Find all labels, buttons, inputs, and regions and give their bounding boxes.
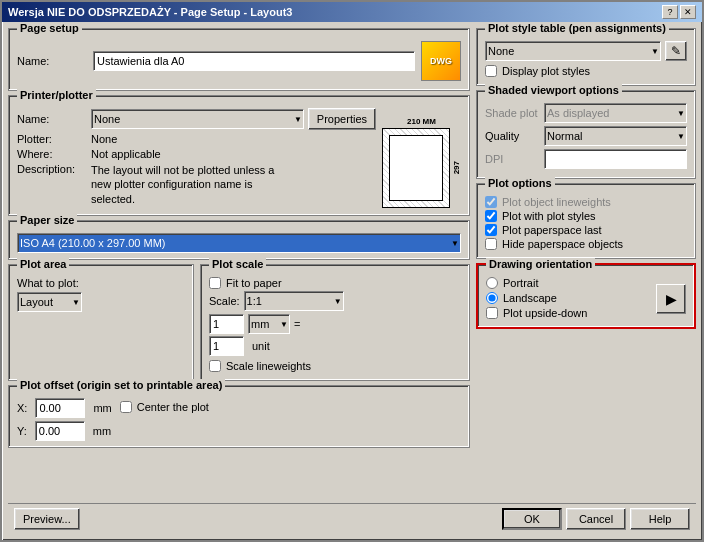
center-plot-checkbox[interactable] — [120, 401, 132, 413]
dpi-label: DPI — [485, 153, 540, 165]
layout-select[interactable]: Layout — [17, 292, 82, 312]
shaded-viewport-group: Shaded viewport options Shade plot As di… — [476, 90, 696, 179]
plotter-name-wrapper: None ▼ — [91, 109, 304, 129]
x-label: X: — [17, 402, 27, 414]
paper-size-group: Paper size ISO A4 (210.00 x 297.00 MM) ▼ — [8, 220, 470, 260]
page-setup-group: Page setup Name: DWG — [8, 28, 470, 91]
display-plot-styles-checkbox[interactable] — [485, 65, 497, 77]
display-plot-styles-row: Display plot styles — [485, 65, 687, 77]
hide-paperspace-checkbox[interactable] — [485, 238, 497, 250]
plot-scale-group: Plot scale Fit to paper Scale: 1:1 — [200, 264, 470, 381]
plot-style-title: Plot style table (pen assignments) — [485, 22, 669, 34]
scale-values-row: mm ▼ = — [209, 314, 461, 334]
scale-label: Scale: — [209, 295, 240, 307]
x-input[interactable] — [35, 398, 85, 418]
page-setup-name-field[interactable] — [93, 51, 415, 71]
printer-name-row: Name: None ▼ Properties — [17, 108, 376, 130]
y-input[interactable] — [35, 421, 85, 441]
x-mm-label: mm — [93, 402, 111, 414]
unit-label: unit — [252, 340, 270, 352]
scale-mm-input[interactable] — [209, 314, 244, 334]
plot-scale-title: Plot scale — [209, 258, 266, 270]
help-title-btn[interactable]: ? — [662, 5, 678, 19]
plotter-row: Plotter: None — [17, 133, 376, 145]
preview-btn[interactable]: Preview... — [14, 508, 80, 530]
orientation-options: Portrait Landscape Plot upside-down — [486, 277, 656, 321]
plot-style-select-wrapper: None ▼ — [485, 41, 661, 61]
upside-down-label: Plot upside-down — [503, 307, 587, 319]
landscape-label: Landscape — [503, 292, 557, 304]
where-value: Not applicable — [91, 148, 161, 160]
scale-lineweights-label: Scale lineweights — [226, 360, 311, 372]
paper-margin — [389, 135, 443, 201]
plot-offset-y-row: Y: mm — [17, 421, 461, 441]
scale-select[interactable]: 1:1 — [244, 291, 344, 311]
plot-style-select[interactable]: None — [485, 41, 661, 61]
plot-offset-group: Plot offset (origin set to printable are… — [8, 385, 470, 448]
paper-preview — [382, 128, 450, 208]
help-btn[interactable]: Help — [630, 508, 690, 530]
plot-area-title: Plot area — [17, 258, 69, 270]
shade-plot-label: Shade plot — [485, 107, 540, 119]
scale-lineweights-checkbox[interactable] — [209, 360, 221, 372]
portrait-label: Portrait — [503, 277, 538, 289]
scale-unit-wrapper: mm ▼ — [248, 314, 290, 334]
title-bar-buttons: ? ✕ — [662, 5, 696, 19]
plot-style-edit-btn[interactable]: ✎ — [665, 41, 687, 61]
fit-to-paper-label: Fit to paper — [226, 277, 282, 289]
plot-paperspace-last-label: Plot paperspace last — [502, 224, 602, 236]
scale-lineweights-row: Scale lineweights — [209, 360, 461, 372]
plot-paperspace-last-checkbox[interactable] — [485, 224, 497, 236]
center-plot-row: Center the plot — [120, 401, 209, 413]
upside-down-checkbox[interactable] — [486, 307, 498, 319]
quality-row: Quality Normal ▼ — [485, 126, 687, 146]
where-label: Where: — [17, 148, 87, 160]
plot-paperspace-last-row: Plot paperspace last — [485, 224, 687, 236]
scale-unit-row: unit — [209, 336, 461, 356]
portrait-radio[interactable] — [486, 277, 498, 289]
close-title-btn[interactable]: ✕ — [680, 5, 696, 19]
plot-area-scale-row: Plot area What to plot: Layout ▼ — [8, 264, 470, 381]
plotter-value: None — [91, 133, 117, 145]
description-label: Description: — [17, 163, 87, 175]
name-label: Name: — [17, 55, 87, 67]
dwg-icon: DWG — [421, 41, 461, 81]
properties-btn[interactable]: Properties — [308, 108, 376, 130]
paper-size-select[interactable]: ISO A4 (210.00 x 297.00 MM) — [17, 233, 461, 253]
plot-object-lineweights-checkbox[interactable] — [485, 196, 497, 208]
description-row: Description: The layout will not be plot… — [17, 163, 376, 206]
equals-sign: = — [294, 318, 300, 330]
plot-area-group: Plot area What to plot: Layout ▼ — [8, 264, 194, 381]
plot-with-styles-checkbox[interactable] — [485, 210, 497, 222]
dialog-body: Page setup Name: DWG Printer/plotter Nam… — [2, 22, 702, 540]
display-plot-styles-label: Display plot styles — [502, 65, 590, 77]
scale-select-wrapper: 1:1 ▼ — [244, 291, 344, 311]
scale-unit-select[interactable]: mm — [248, 314, 290, 334]
landscape-radio[interactable] — [486, 292, 498, 304]
plot-style-row: None ▼ ✎ — [485, 41, 687, 61]
paper-size-wrapper: ISO A4 (210.00 x 297.00 MM) ▼ — [17, 233, 461, 253]
paper-mm-label: 210 MM — [382, 117, 461, 126]
paper-size-title: Paper size — [17, 214, 77, 226]
page-setup-title: Page setup — [17, 22, 82, 34]
what-to-plot-label: What to plot: — [17, 277, 79, 289]
drawing-orientation-group: Drawing orientation Portrait Landscape — [476, 263, 696, 329]
cancel-btn[interactable]: Cancel — [566, 508, 626, 530]
main-window: Wersja NIE DO ODSPRZEDAŻY - Page Setup -… — [0, 0, 704, 542]
quality-label: Quality — [485, 130, 540, 142]
fit-to-paper-checkbox[interactable] — [209, 277, 221, 289]
paper-297-label: 297 — [452, 161, 461, 174]
shade-plot-select[interactable]: As displayed — [544, 103, 687, 123]
quality-select[interactable]: Normal — [544, 126, 687, 146]
y-mm-label: mm — [93, 425, 111, 437]
y-label: Y: — [17, 425, 27, 437]
dpi-input[interactable] — [544, 149, 687, 169]
hide-paperspace-row: Hide paperspace objects — [485, 238, 687, 250]
layout-select-wrapper: Layout ▼ — [17, 292, 82, 312]
plot-offset-title: Plot offset (origin set to printable are… — [17, 379, 225, 391]
shaded-viewport-title: Shaded viewport options — [485, 84, 622, 96]
ok-btn[interactable]: OK — [502, 508, 562, 530]
scale-unit-input[interactable] — [209, 336, 244, 356]
plotter-name-select[interactable]: None — [91, 109, 304, 129]
plot-options-title: Plot options — [485, 177, 555, 189]
